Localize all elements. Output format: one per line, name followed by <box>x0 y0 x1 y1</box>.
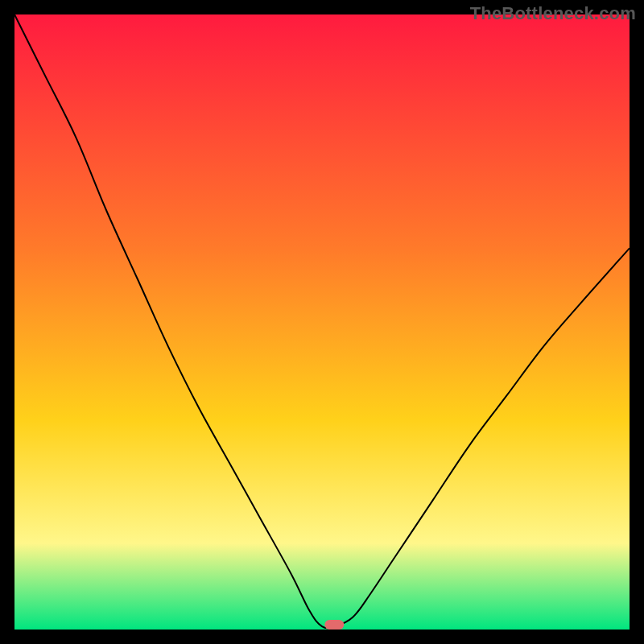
watermark-text: TheBottleneck.com <box>470 3 636 24</box>
chart-svg <box>14 14 630 630</box>
minimum-marker <box>324 620 344 630</box>
plot-area <box>14 14 630 630</box>
chart-frame: TheBottleneck.com <box>0 0 644 644</box>
heat-background <box>14 14 630 630</box>
